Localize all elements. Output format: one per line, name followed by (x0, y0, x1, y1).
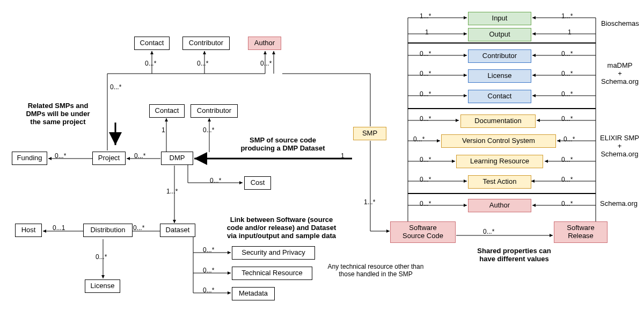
node-techres: Technical Resource (232, 267, 312, 280)
mult: 0...* (561, 51, 573, 58)
mult: 0...* (413, 136, 425, 144)
mult: 1 (341, 153, 345, 160)
note-shared: Shared properties can have different val… (455, 247, 573, 263)
mult: 0...* (420, 116, 431, 123)
node-testa: Test Action (468, 175, 531, 189)
diagram-canvas: { "nodes": { "contact1":"Contact","contr… (0, 0, 644, 330)
node-smp: SMP (353, 127, 386, 140)
mult: 0...* (420, 91, 431, 98)
mult: 0...* (561, 156, 573, 164)
node-license-r: License (468, 69, 531, 83)
note-linksw: Link between Software (source code and/o… (210, 216, 353, 240)
node-security: Security and Privacy (232, 246, 315, 260)
mult: 0...* (561, 116, 573, 123)
mult: 1 (568, 29, 572, 37)
node-contributor-r: Contributor (468, 49, 531, 63)
mult: 0...* (203, 127, 214, 134)
mult: 0...* (203, 247, 214, 254)
label-schemaorg: Schema.org (600, 200, 638, 208)
mult: 0...* (561, 176, 573, 184)
mult: 0...* (133, 225, 144, 232)
node-funding: Funding (12, 152, 47, 165)
mult: 0...* (203, 287, 214, 295)
mult: 0...* (420, 51, 431, 58)
node-dataset: Dataset (160, 224, 195, 237)
mult: 0...* (96, 254, 107, 261)
mult: 1...* (166, 188, 178, 196)
mult: 0...* (420, 70, 431, 78)
mult: 0...* (55, 153, 66, 160)
mult: 0...* (420, 156, 431, 164)
note-smpsrc: SMP of source code producing a DMP Datas… (226, 137, 339, 153)
node-distribution: Distribution (83, 224, 133, 237)
mult: 0...1 (53, 225, 65, 232)
mult: 0...* (260, 60, 272, 68)
note-related: Related SMPs and DMPs will be under the … (10, 102, 106, 126)
mult: 1...* (364, 199, 375, 206)
mult: 0...* (210, 177, 221, 185)
node-author-top: Author (248, 37, 281, 50)
mult: 0...* (561, 91, 573, 98)
mult: 0...* (564, 136, 575, 144)
mult: 0...* (203, 267, 214, 275)
node-contributor-top: Contributor (182, 37, 230, 50)
label-madmp: maDMP + Schema.org (601, 62, 639, 86)
node-srel: Software Release (554, 221, 608, 243)
node-cost: Cost (244, 176, 271, 190)
note-anytech: Any technical resource other than those … (317, 263, 435, 278)
node-input: Input (468, 12, 531, 25)
node-contributor-mid: Contributor (191, 104, 238, 118)
mult: 0...* (483, 228, 494, 236)
mult: 1...* (561, 13, 573, 20)
label-elixir: ELIXIR SMP + Schema.org (600, 134, 639, 159)
mult: 1 (162, 127, 165, 134)
node-project: Project (92, 152, 126, 165)
mult: 0...* (145, 60, 156, 68)
mult: 0...* (134, 153, 145, 160)
node-metadata: Metadata (232, 287, 275, 300)
mult: 1 (425, 29, 429, 37)
node-vcs: Version Control System (441, 134, 556, 148)
node-learn: Learning Resource (456, 155, 543, 168)
node-license: License (85, 279, 120, 293)
node-output: Output (468, 28, 531, 41)
mult: 0...* (420, 200, 431, 208)
node-ssc: Software Source Code (390, 221, 456, 243)
mult: 0...* (420, 176, 431, 184)
node-author-r: Author (468, 199, 531, 212)
node-doc: Documentation (460, 114, 536, 128)
mult: 1...* (420, 13, 431, 20)
mult: 0...* (110, 84, 121, 91)
mult: 0...* (561, 200, 573, 208)
mult: 0...* (197, 60, 208, 68)
label-bioschemas: Bioschemas (601, 20, 639, 28)
node-contact-mid: Contact (149, 104, 185, 118)
node-dmp: DMP (161, 152, 193, 165)
node-contact-r: Contact (468, 90, 531, 103)
mult: 0...* (561, 70, 573, 78)
node-contact-top: Contact (134, 37, 170, 50)
node-host: Host (15, 224, 42, 237)
